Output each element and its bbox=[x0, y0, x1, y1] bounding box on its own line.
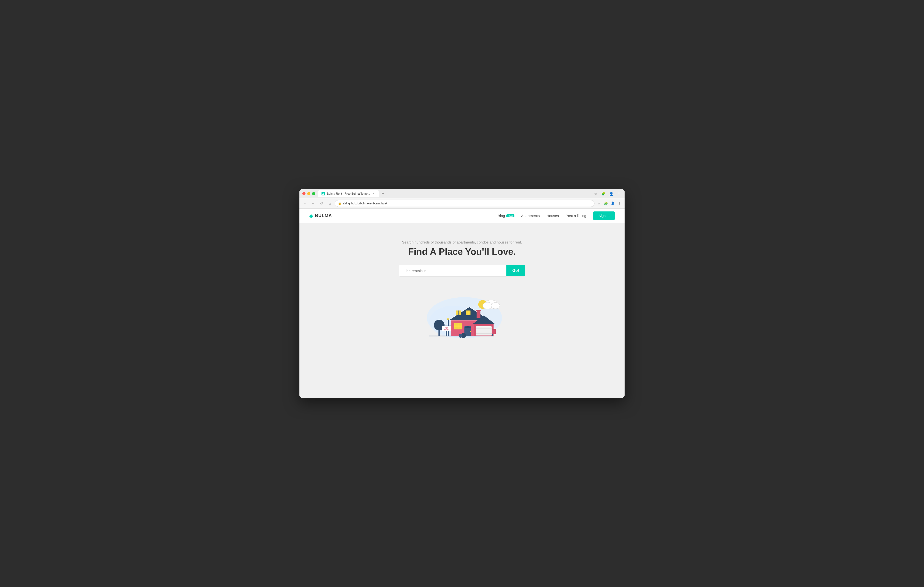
lock-icon: 🔒 bbox=[338, 202, 342, 205]
hero-subtitle: Search hundreds of thousands of apartmen… bbox=[402, 240, 522, 244]
svg-rect-37 bbox=[446, 331, 447, 336]
address-icons: ☆ 🧩 👤 ⋮ bbox=[596, 201, 622, 206]
hero-section: Search hundreds of thousands of apartmen… bbox=[299, 223, 625, 344]
tab-favicon bbox=[322, 192, 325, 195]
nav-houses[interactable]: Houses bbox=[546, 213, 559, 218]
house-illustration: FOR RENT bbox=[416, 289, 508, 344]
search-input[interactable] bbox=[399, 265, 507, 276]
brand-icon: ◆ bbox=[309, 213, 313, 219]
new-tab-button[interactable]: + bbox=[380, 190, 386, 197]
browser-icons-right: ☆ 🧩 👤 ⋮ bbox=[593, 191, 622, 197]
bookmark-icon[interactable]: ☆ bbox=[596, 201, 602, 206]
puzzle-icon[interactable]: 🧩 bbox=[603, 201, 609, 206]
nav-post-listing[interactable]: Post a listing bbox=[566, 213, 586, 218]
traffic-lights bbox=[302, 192, 315, 195]
new-badge: NEW bbox=[507, 214, 515, 217]
close-button[interactable] bbox=[302, 192, 305, 195]
nav-links: Blog NEW Apartments Houses Post a listin… bbox=[498, 212, 615, 220]
menu-icon[interactable]: ⋮ bbox=[616, 191, 622, 197]
home-button[interactable]: ⌂ bbox=[327, 200, 333, 207]
svg-rect-19 bbox=[476, 326, 492, 336]
svg-rect-24 bbox=[477, 311, 480, 318]
url-text: aldi.github.io/bulma-rent-template/ bbox=[343, 202, 387, 205]
hero-title: Find A Place You'll Love. bbox=[408, 246, 516, 257]
tab-bar: Bulma Rent - Free Bulma Temp... × + bbox=[318, 190, 593, 197]
title-bar: Bulma Rent - Free Bulma Temp... × + ☆ 🧩 … bbox=[299, 189, 625, 198]
tab-close-button[interactable]: × bbox=[372, 192, 375, 195]
nav-apartments[interactable]: Apartments bbox=[521, 213, 540, 218]
forward-button[interactable]: → bbox=[310, 200, 317, 207]
fullscreen-button[interactable] bbox=[312, 192, 315, 195]
refresh-button[interactable]: ↺ bbox=[318, 200, 325, 207]
svg-point-17 bbox=[470, 331, 471, 332]
svg-point-33 bbox=[447, 318, 449, 320]
brand-logo[interactable]: ◆ BULMA bbox=[309, 213, 332, 219]
star-icon[interactable]: ☆ bbox=[593, 191, 598, 197]
active-tab[interactable]: Bulma Rent - Free Bulma Temp... × bbox=[318, 190, 379, 197]
svg-point-5 bbox=[483, 302, 492, 309]
signin-button[interactable]: Sign in bbox=[593, 212, 615, 220]
search-button[interactable]: Go! bbox=[507, 265, 525, 276]
navbar: ◆ BULMA Blog NEW Apartments Houses Post … bbox=[299, 208, 625, 223]
svg-rect-39 bbox=[492, 329, 496, 330]
svg-point-42 bbox=[459, 334, 462, 338]
svg-marker-0 bbox=[322, 193, 324, 195]
back-button[interactable]: ← bbox=[302, 200, 308, 207]
address-bar: ← → ↺ ⌂ 🔒 aldi.github.io/bulma-rent-temp… bbox=[299, 198, 625, 208]
svg-rect-40 bbox=[492, 334, 493, 336]
url-bar[interactable]: 🔒 aldi.github.io/bulma-rent-template/ bbox=[335, 200, 594, 207]
minimize-button[interactable] bbox=[307, 192, 310, 195]
svg-point-6 bbox=[491, 303, 500, 309]
search-bar: Go! bbox=[399, 265, 525, 276]
extensions-icon[interactable]: 🧩 bbox=[601, 191, 606, 197]
brand-name: BULMA bbox=[315, 213, 332, 218]
page-content: ◆ BULMA Blog NEW Apartments Houses Post … bbox=[299, 208, 625, 398]
profile-icon[interactable]: 👤 bbox=[609, 191, 614, 197]
nav-blog[interactable]: Blog NEW bbox=[498, 213, 515, 218]
svg-text:FOR: FOR bbox=[445, 327, 449, 329]
browser-window: Bulma Rent - Free Bulma Temp... × + ☆ 🧩 … bbox=[299, 189, 625, 398]
more-icon[interactable]: ⋮ bbox=[617, 201, 622, 206]
tab-title: Bulma Rent - Free Bulma Temp... bbox=[327, 192, 370, 195]
svg-rect-25 bbox=[476, 310, 481, 311]
svg-text:RENT: RENT bbox=[444, 329, 449, 331]
account-icon[interactable]: 👤 bbox=[610, 201, 615, 206]
